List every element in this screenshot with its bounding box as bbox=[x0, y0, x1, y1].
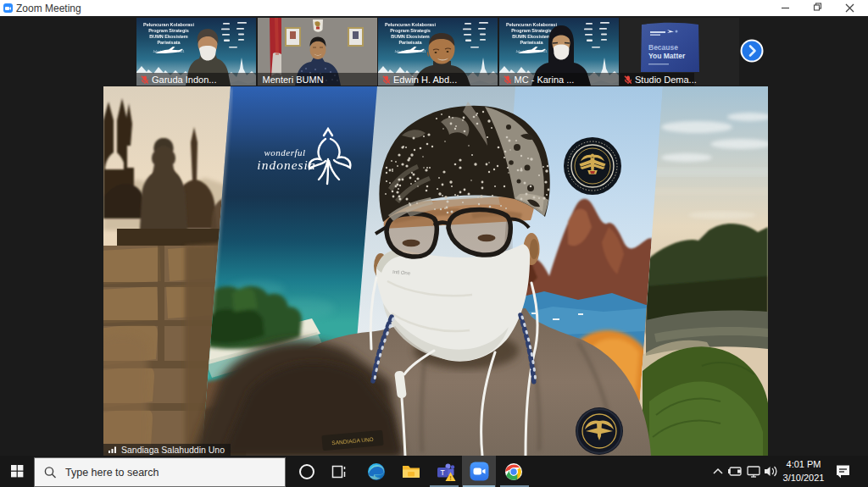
svg-text:Because: Because bbox=[648, 43, 678, 52]
svg-text:indonesia: indonesia bbox=[257, 158, 315, 172]
svg-text:!: ! bbox=[449, 473, 452, 481]
svg-text:wonderful: wonderful bbox=[264, 147, 305, 158]
svg-text:You Matter: You Matter bbox=[648, 52, 686, 60]
svg-text:T: T bbox=[441, 468, 445, 476]
